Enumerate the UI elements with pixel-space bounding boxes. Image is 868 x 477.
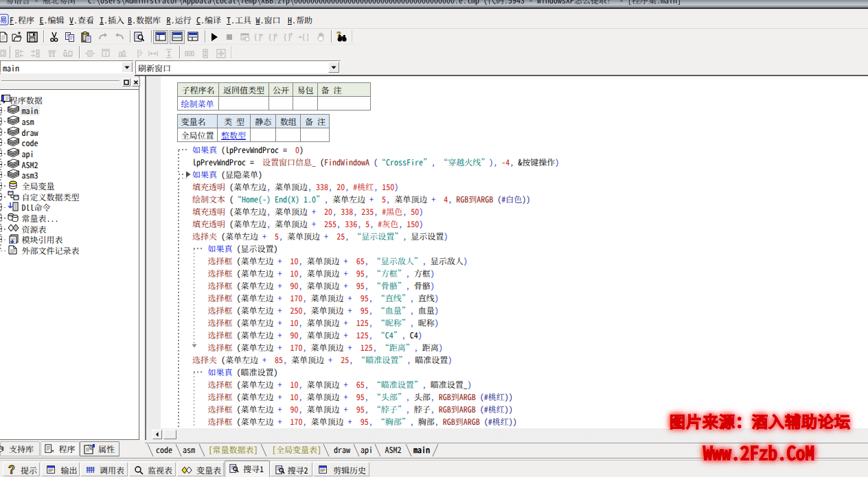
svg-text:{}: {} <box>268 32 276 43</box>
svg-text:{}: {} <box>301 32 308 43</box>
svg-text:易: 易 <box>0 14 8 25</box>
svg-text:{}: {} <box>283 32 291 43</box>
svg-text:{}: {} <box>253 32 262 43</box>
svg-text:?: ? <box>8 464 15 476</box>
